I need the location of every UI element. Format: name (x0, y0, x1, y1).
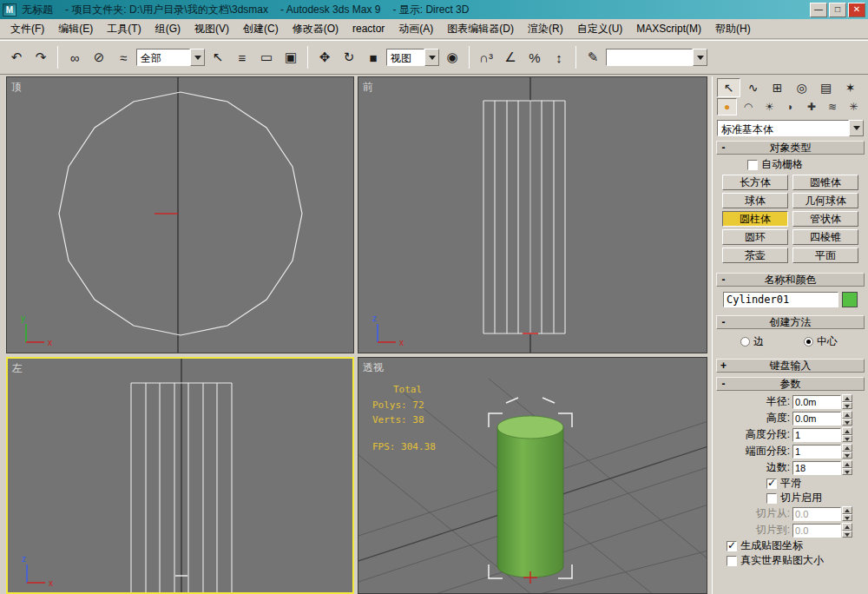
category-shapes[interactable]: ◠ (738, 98, 758, 116)
radius-field[interactable]: 0.0m (792, 395, 841, 409)
viewport-top-label[interactable]: 顶 (11, 80, 22, 95)
edit-named-selection-sets-button[interactable]: ✎ (582, 46, 604, 69)
height-spinner[interactable] (842, 411, 852, 426)
rectangular-selection-region-button[interactable]: ▭ (255, 46, 278, 69)
spinner-down-icon[interactable] (842, 452, 852, 459)
torus-button[interactable]: 圆环 (722, 229, 788, 245)
edge-radio[interactable] (740, 337, 750, 346)
tab-modify[interactable]: ∿ (741, 78, 765, 97)
menu-views[interactable]: 视图(V) (187, 19, 236, 38)
spinner-down-icon[interactable] (842, 402, 852, 410)
tab-utilities[interactable]: ✶ (838, 78, 862, 97)
category-lights[interactable]: ☀ (760, 98, 779, 116)
use-pivot-point-center-button[interactable]: ◉ (441, 46, 464, 69)
rollout-keyboard-entry-header[interactable]: + 键盘输入 (716, 359, 865, 373)
window-crossing-button[interactable]: ▣ (279, 46, 302, 69)
spinner-up-icon[interactable] (842, 444, 852, 452)
snap-toggle-3d-button[interactable]: ∩³ (475, 46, 497, 69)
sides-spinner[interactable] (842, 460, 852, 475)
generate-mapping-coords-checkbox[interactable] (727, 541, 737, 551)
tab-display[interactable]: ▤ (814, 78, 838, 97)
close-button[interactable]: ✕ (848, 3, 865, 17)
spinner-snap-toggle-button[interactable]: ↕ (548, 46, 570, 69)
menu-graph-editors[interactable]: 图表编辑器(D) (440, 19, 521, 38)
primitive-category-dropdown[interactable]: 标准基本体 (717, 120, 864, 136)
spinner-down-icon[interactable] (842, 435, 852, 443)
sphere-button[interactable]: 球体 (722, 193, 788, 208)
chevron-down-icon[interactable] (849, 120, 864, 136)
geosphere-button[interactable]: 几何球体 (792, 193, 858, 208)
select-by-name-button[interactable]: ≡ (231, 46, 253, 69)
select-object-button[interactable]: ↖ (207, 46, 229, 69)
rollout-object-type-header[interactable]: - 对象类型 (716, 141, 865, 155)
menu-file[interactable]: 文件(F) (3, 19, 51, 38)
teapot-button[interactable]: 茶壶 (722, 248, 788, 263)
menu-help[interactable]: 帮助(H) (708, 19, 758, 38)
viewport-perspective-label[interactable]: 透视 (363, 360, 384, 375)
reference-coordinate-dropdown[interactable]: 视图 (386, 49, 439, 66)
spinner-down-icon[interactable] (842, 468, 852, 476)
viewport-front-label[interactable]: 前 (363, 80, 373, 95)
menu-group[interactable]: 组(G) (148, 19, 187, 38)
autogrid-checkbox[interactable] (747, 160, 758, 170)
category-cameras[interactable]: ◗ (780, 98, 800, 116)
redo-button[interactable]: ↷ (30, 46, 52, 69)
category-systems[interactable]: ✳ (844, 98, 864, 116)
undo-button[interactable]: ↶ (5, 46, 28, 69)
chevron-down-icon[interactable] (693, 49, 707, 66)
spinner-down-icon[interactable] (842, 419, 852, 426)
pyramid-button[interactable]: 四棱锥 (792, 229, 858, 245)
cap-segments-spinner[interactable] (842, 444, 852, 459)
menu-rendering[interactable]: 渲染(R) (521, 19, 570, 38)
named-selection-sets-dropdown[interactable] (606, 49, 707, 66)
category-geometry[interactable]: ● (717, 98, 737, 116)
radius-spinner[interactable] (842, 394, 852, 409)
height-field[interactable]: 0.0m (792, 412, 841, 426)
category-helpers[interactable]: ✚ (801, 98, 821, 116)
menu-edit[interactable]: 编辑(E) (51, 19, 100, 38)
menu-tools[interactable]: 工具(T) (100, 19, 148, 38)
category-space-warps[interactable]: ≋ (822, 98, 842, 116)
tab-motion[interactable]: ◎ (790, 78, 813, 97)
maximize-button[interactable]: □ (829, 3, 846, 17)
sides-field[interactable]: 18 (792, 461, 841, 475)
cone-button[interactable]: 圆锥体 (792, 175, 858, 190)
cylinder-3d-object[interactable] (497, 416, 563, 578)
smooth-checkbox[interactable] (766, 478, 777, 489)
unlink-selection-button[interactable]: ⊘ (88, 46, 110, 69)
spinner-up-icon[interactable] (842, 394, 852, 402)
real-world-map-size-checkbox[interactable] (727, 556, 737, 566)
tab-hierarchy[interactable]: ⊞ (766, 78, 789, 97)
viewport-top[interactable]: 顶 y x (6, 76, 354, 353)
cylinder-button[interactable]: 圆柱体 (722, 211, 788, 227)
viewport-left-label[interactable]: 左 (12, 361, 23, 376)
tube-button[interactable]: 管状体 (792, 211, 858, 227)
cap-segments-field[interactable]: 1 (792, 445, 841, 459)
tab-create[interactable]: ↖ (717, 78, 740, 97)
object-color-swatch[interactable] (842, 292, 858, 307)
rollout-parameters-header[interactable]: - 参数 (716, 377, 865, 391)
rollout-creation-method-header[interactable]: - 创建方法 (716, 315, 865, 329)
rollout-name-color-header[interactable]: - 名称和颜色 (716, 273, 865, 287)
height-segments-field[interactable]: 1 (792, 428, 841, 442)
selection-filter-dropdown[interactable]: 全部 (136, 49, 205, 66)
menu-create[interactable]: 创建(C) (236, 19, 286, 38)
viewport-perspective[interactable]: 透视 Total Polys: 72 Verts: 38 FPS: 304.38 (358, 357, 707, 594)
object-name-input[interactable]: Cylinder01 (723, 292, 838, 307)
viewport-front[interactable]: 前 z x (358, 76, 707, 353)
menu-modifiers[interactable]: 修改器(O) (286, 19, 345, 38)
menu-reactor[interactable]: reactor (345, 19, 391, 38)
percent-snap-toggle-button[interactable]: % (523, 46, 546, 69)
select-and-rotate-button[interactable]: ↻ (338, 46, 360, 69)
bind-to-space-warp-button[interactable]: ≈ (112, 46, 135, 69)
menu-customize[interactable]: 自定义(U) (570, 19, 630, 38)
viewport-left[interactable]: 左 z x (6, 357, 354, 594)
spinner-up-icon[interactable] (842, 427, 852, 435)
height-segments-spinner[interactable] (842, 427, 852, 442)
select-and-scale-button[interactable]: ■ (362, 46, 385, 69)
slice-on-checkbox[interactable] (766, 493, 777, 504)
spinner-up-icon[interactable] (842, 460, 852, 468)
center-radio[interactable] (804, 337, 813, 346)
angle-snap-toggle-button[interactable]: ∠ (499, 46, 522, 69)
spinner-up-icon[interactable] (842, 411, 852, 419)
